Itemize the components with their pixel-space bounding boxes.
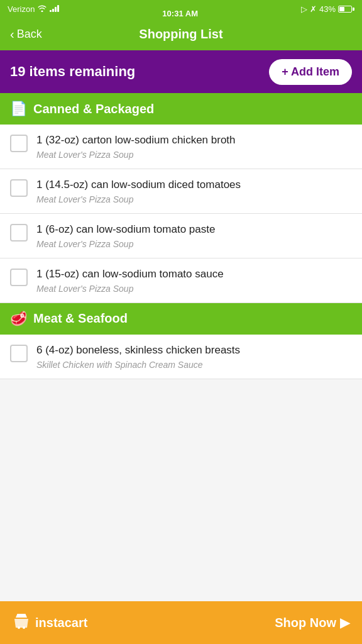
status-time: 10:31 AM bbox=[162, 9, 198, 18]
categories-container: 📄 Canned & Packaged 1 (32-oz) carton low… bbox=[0, 93, 362, 379]
bluetooth-icon: ✗ bbox=[310, 4, 317, 14]
list-item: 6 (4-oz) boneless, skinless chicken brea… bbox=[0, 335, 362, 379]
item-name: 1 (32-oz) carton low-sodium chicken brot… bbox=[36, 133, 352, 148]
back-label: Back bbox=[17, 28, 42, 41]
item-name: 6 (4-oz) boneless, skinless chicken brea… bbox=[36, 343, 352, 358]
list-item: 1 (15-oz) can low-sodium tomato sauce Me… bbox=[0, 258, 362, 303]
item-content: 1 (14.5-oz) can low-sodium diced tomatoe… bbox=[36, 178, 352, 204]
item-checkbox[interactable] bbox=[10, 179, 28, 197]
shop-now-button[interactable]: Shop Now ▶ bbox=[275, 615, 349, 630]
list-section-canned-packaged: 1 (32-oz) carton low-sodium chicken brot… bbox=[0, 125, 362, 303]
back-chevron-icon: ‹ bbox=[10, 27, 14, 42]
instacart-cart-icon bbox=[13, 613, 30, 633]
bottom-bar: instacart Shop Now ▶ bbox=[0, 601, 362, 644]
category-header-canned-packaged: 📄 Canned & Packaged bbox=[0, 93, 362, 125]
item-name: 1 (6-oz) can low-sodium tomato paste bbox=[36, 223, 352, 237]
item-recipe: Meat Lover's Pizza Soup bbox=[36, 194, 352, 204]
item-recipe: Meat Lover's Pizza Soup bbox=[36, 239, 352, 249]
instacart-logo: instacart bbox=[13, 613, 87, 633]
item-recipe: Meat Lover's Pizza Soup bbox=[36, 150, 352, 160]
location-icon: ▷ bbox=[301, 4, 307, 14]
item-name: 1 (14.5-oz) can low-sodium diced tomatoe… bbox=[36, 178, 352, 192]
add-item-button[interactable]: + Add Item bbox=[269, 59, 352, 85]
category-name-meat-seafood: Meat & Seafood bbox=[33, 311, 128, 326]
battery-percentage: 43% bbox=[319, 4, 336, 14]
nav-bar: ‹ Back Shopping List bbox=[0, 18, 362, 50]
item-checkbox[interactable] bbox=[10, 345, 28, 362]
item-content: 1 (15-oz) can low-sodium tomato sauce Me… bbox=[36, 267, 352, 294]
list-item: 1 (6-oz) can low-sodium tomato paste Mea… bbox=[0, 214, 362, 258]
status-bar: Verizon 10:31 AM ▷ ✗ 43% bbox=[0, 0, 362, 18]
item-checkbox[interactable] bbox=[10, 224, 28, 242]
item-content: 1 (32-oz) carton low-sodium chicken brot… bbox=[36, 133, 352, 160]
item-recipe: Skillet Chicken with Spinach Cream Sauce bbox=[36, 360, 352, 370]
category-icon-meat-seafood: 🥩 bbox=[10, 311, 27, 327]
item-name: 1 (15-oz) can low-sodium tomato sauce bbox=[36, 267, 352, 282]
item-content: 6 (4-oz) boneless, skinless chicken brea… bbox=[36, 343, 352, 370]
instacart-label: instacart bbox=[35, 616, 87, 630]
category-header-meat-seafood: 🥩 Meat & Seafood bbox=[0, 303, 362, 335]
carrier-label: Verizon bbox=[8, 4, 35, 14]
page-title: Shopping List bbox=[139, 27, 222, 42]
svg-point-1 bbox=[23, 626, 25, 629]
item-checkbox[interactable] bbox=[10, 269, 28, 286]
battery-icon bbox=[338, 6, 354, 13]
category-icon-canned-packaged: 📄 bbox=[10, 101, 27, 117]
list-item: 1 (32-oz) carton low-sodium chicken brot… bbox=[0, 125, 362, 169]
svg-point-0 bbox=[18, 626, 20, 629]
summary-bar: 19 items remaining + Add Item bbox=[0, 50, 362, 93]
back-button[interactable]: ‹ Back bbox=[10, 27, 42, 42]
shop-now-label: Shop Now bbox=[275, 616, 336, 630]
status-left: Verizon bbox=[8, 4, 59, 14]
items-remaining-label: 19 items remaining bbox=[10, 64, 135, 80]
item-recipe: Meat Lover's Pizza Soup bbox=[36, 284, 352, 294]
list-section-meat-seafood: 6 (4-oz) boneless, skinless chicken brea… bbox=[0, 335, 362, 379]
list-item: 1 (14.5-oz) can low-sodium diced tomatoe… bbox=[0, 169, 362, 214]
wifi-icon bbox=[37, 4, 47, 14]
category-name-canned-packaged: Canned & Packaged bbox=[33, 102, 154, 116]
signal-icon bbox=[50, 4, 59, 14]
status-right: ▷ ✗ 43% bbox=[301, 4, 354, 14]
item-checkbox[interactable] bbox=[10, 135, 28, 152]
shop-now-arrow-icon: ▶ bbox=[340, 615, 349, 630]
item-content: 1 (6-oz) can low-sodium tomato paste Mea… bbox=[36, 223, 352, 249]
